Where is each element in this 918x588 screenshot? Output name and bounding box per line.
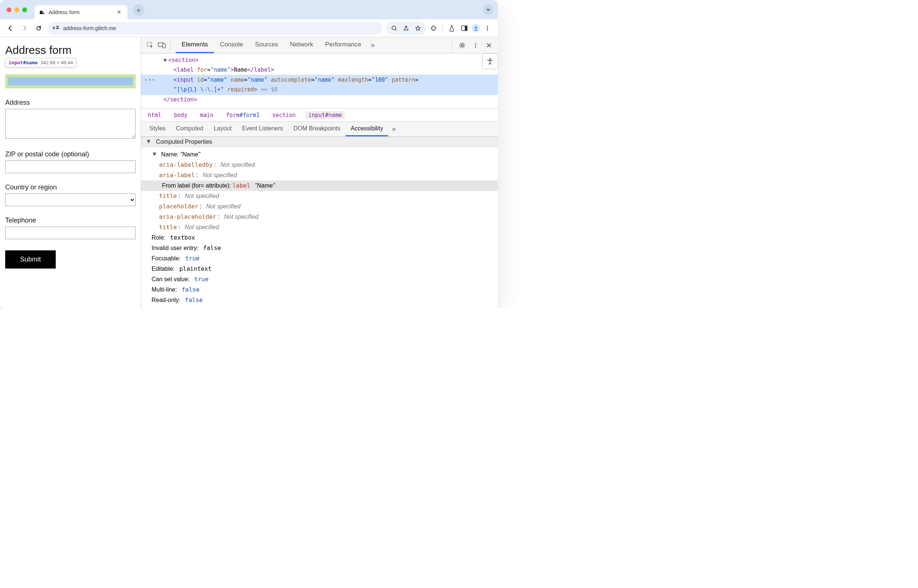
- subtabs-overflow-icon[interactable]: »: [388, 125, 399, 133]
- zoom-icon[interactable]: [389, 23, 399, 34]
- crumb-main[interactable]: main: [197, 111, 216, 119]
- zip-input[interactable]: [5, 160, 136, 173]
- extensions-icon[interactable]: [428, 23, 439, 34]
- subtab-styles[interactable]: Styles: [144, 122, 171, 136]
- inspected-element-highlight: [5, 74, 136, 89]
- crumb-section[interactable]: section: [269, 111, 299, 119]
- svg-rect-6: [465, 26, 467, 31]
- acc-role: Role: textbox: [152, 233, 493, 243]
- separator: [443, 24, 443, 32]
- acc-multiline: Multi-line: false: [152, 284, 493, 295]
- svg-point-9: [486, 27, 488, 29]
- acc-source-placeholder: placeholder: Not specified: [152, 201, 493, 212]
- tab-performance[interactable]: Performance: [319, 37, 367, 53]
- submit-button[interactable]: Submit: [5, 250, 56, 268]
- toolbar: address-form.glitch.me: [0, 19, 498, 37]
- computed-properties-header[interactable]: ▼Computed Properties: [141, 137, 498, 147]
- minimize-window-button[interactable]: [15, 7, 19, 12]
- subtab-computed[interactable]: Computed: [171, 122, 209, 136]
- separator: [170, 40, 171, 50]
- maximize-window-button[interactable]: [22, 7, 27, 12]
- devtools-header: Elements Console Sources Network Perform…: [141, 37, 498, 53]
- crumb-body[interactable]: body: [171, 111, 190, 119]
- acc-name-row[interactable]: ▼Name: "Name": [152, 149, 493, 160]
- dom-breadcrumbs: html body main form#form1 section input#…: [141, 108, 498, 122]
- address-label: Address: [5, 99, 136, 107]
- devtools-kebab-icon[interactable]: [470, 39, 482, 51]
- elements-subtabs: Styles Computed Layout Event Listeners D…: [141, 122, 498, 137]
- forward-button[interactable]: [19, 23, 30, 34]
- accessibility-tree-icon[interactable]: [482, 53, 498, 69]
- panel-icon[interactable]: [459, 23, 470, 34]
- zip-label: ZIP or postal code (optional): [5, 150, 136, 158]
- tab-close-icon[interactable]: ✕: [115, 8, 123, 16]
- titlebar: Address form ✕ ＋: [0, 0, 498, 19]
- window-controls: [7, 7, 27, 12]
- new-tab-button[interactable]: ＋: [133, 4, 144, 16]
- svg-point-16: [475, 45, 476, 46]
- site-info-icon[interactable]: [53, 25, 60, 31]
- svg-point-14: [461, 44, 463, 47]
- page-heading: Address form: [5, 44, 136, 57]
- acc-readonly: Read-only: false: [152, 295, 493, 305]
- acc-canset: Can set value: true: [152, 274, 493, 284]
- device-toolbar-icon[interactable]: [156, 39, 168, 51]
- dom-selected-line[interactable]: ••• <input id="name" name="name" autocom…: [141, 75, 498, 95]
- acc-editable: Editable: plaintext: [152, 264, 493, 274]
- computed-properties: ▼Name: "Name" aria-labelledby: Not speci…: [141, 147, 498, 309]
- acc-source-from-label[interactable]: From label (for= attribute): label "Name…: [141, 181, 498, 191]
- tabs-overflow-icon[interactable]: »: [367, 37, 378, 53]
- svg-point-10: [486, 29, 488, 31]
- tab-network[interactable]: Network: [284, 37, 319, 53]
- tab-elements[interactable]: Elements: [176, 37, 214, 53]
- browser-window: Address form ✕ ＋ address-form.glitch.me: [0, 0, 498, 308]
- tab-title: Address form: [48, 9, 112, 15]
- rendered-page: Address form input#name 342.88 × 48.44 A…: [0, 37, 141, 308]
- address-bar[interactable]: address-form.glitch.me: [48, 22, 382, 34]
- devtools-tabs: Elements Console Sources Network Perform…: [176, 37, 378, 53]
- svg-point-18: [489, 58, 491, 60]
- svg-rect-0: [53, 27, 55, 27]
- tab-sources[interactable]: Sources: [249, 37, 284, 53]
- separator: [452, 40, 453, 50]
- close-window-button[interactable]: [7, 7, 11, 12]
- tooltip-dimensions: 342.88 × 48.44: [40, 60, 73, 65]
- tab-favicon: [39, 9, 45, 15]
- telephone-label: Telephone: [5, 216, 136, 225]
- acc-source-title-2: title: Not specified: [152, 222, 493, 233]
- bookmark-star-icon[interactable]: [413, 23, 423, 34]
- kebab-menu-icon[interactable]: [482, 23, 493, 34]
- profile-avatar[interactable]: [472, 24, 480, 32]
- svg-point-4: [392, 26, 396, 30]
- svg-point-15: [475, 43, 476, 44]
- accessibility-panel: ▼Computed Properties ▼Name: "Name" aria-…: [141, 137, 498, 309]
- devtools-close-icon[interactable]: [483, 39, 495, 51]
- labs-icon[interactable]: [446, 23, 457, 34]
- address-textarea[interactable]: [5, 109, 136, 139]
- subtab-event-listeners[interactable]: Event Listeners: [237, 122, 288, 136]
- telephone-input[interactable]: [5, 226, 136, 239]
- subtab-accessibility[interactable]: Accessibility: [346, 122, 388, 136]
- tab-console[interactable]: Console: [214, 37, 249, 53]
- crumb-input[interactable]: input#name: [305, 111, 345, 119]
- content-split: Address form input#name 342.88 × 48.44 A…: [0, 37, 498, 308]
- element-tooltip: input#name 342.88 × 48.44: [5, 58, 76, 67]
- acc-source-aria-label: aria-label: Not specified: [152, 170, 493, 181]
- country-select[interactable]: [5, 194, 136, 206]
- crumb-form[interactable]: form#form1: [223, 111, 262, 119]
- dom-tree[interactable]: ▼<section> <label for="name">Name</label…: [141, 53, 498, 108]
- inspect-element-icon[interactable]: [144, 39, 156, 51]
- toolbar-right: [386, 21, 493, 35]
- svg-point-7: [475, 26, 477, 28]
- share-icon[interactable]: [401, 23, 411, 34]
- tab-list-button[interactable]: [483, 5, 493, 15]
- reload-button[interactable]: [34, 23, 44, 34]
- devtools: Elements Console Sources Network Perform…: [141, 37, 498, 308]
- back-button[interactable]: [5, 23, 16, 34]
- inspected-input[interactable]: [8, 77, 133, 86]
- browser-tab[interactable]: Address form ✕: [34, 5, 128, 19]
- settings-gear-icon[interactable]: [456, 39, 468, 51]
- subtab-dom-breakpoints[interactable]: DOM Breakpoints: [288, 122, 346, 136]
- subtab-layout[interactable]: Layout: [208, 122, 237, 136]
- crumb-html[interactable]: html: [145, 111, 164, 119]
